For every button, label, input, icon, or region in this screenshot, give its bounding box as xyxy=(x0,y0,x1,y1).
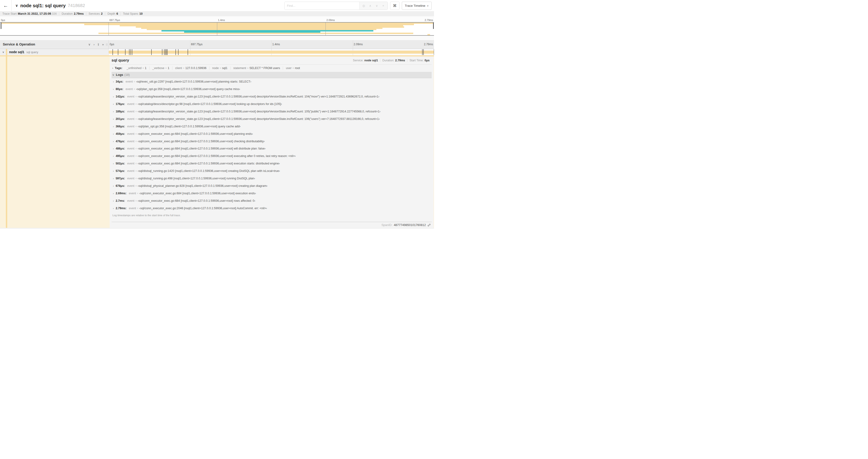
timeline-tick-label: 2.79ms xyxy=(425,19,433,22)
log-timestamp: 34μs: xyxy=(116,80,123,83)
log-equals: = xyxy=(134,80,135,83)
log-row[interactable]: ›142μs:event=‹sql/catalog/lease/descript… xyxy=(112,93,432,100)
collapse-all-icon[interactable]: ∨∨ xyxy=(97,43,99,46)
tags-expand-chevron-icon[interactable]: › xyxy=(112,66,113,70)
log-timestamp: 574μs: xyxy=(116,169,125,173)
span-detail-band: sql query Service:node sql1Duration:2.79… xyxy=(0,55,434,228)
summary-item: Trace StartMarch 31 2022, 17:25:09.326 xyxy=(0,12,59,15)
tag-item[interactable]: node=sql1 xyxy=(209,66,230,70)
expand-all-icon[interactable]: » xyxy=(102,43,104,46)
log-row[interactable]: ›495μs:event=‹sql/conn_executor_exec.go:… xyxy=(112,152,432,160)
summary-label: Trace Start xyxy=(2,12,17,15)
log-value: ‹sql/catalog/descs/descriptor.go:98 [nsq… xyxy=(138,102,282,106)
log-equals: = xyxy=(135,185,137,187)
tag-item[interactable]: statement=SELECT * FROM users xyxy=(230,66,283,70)
span-row-name-column[interactable]: ∨ node sql1 sql query xyxy=(0,49,109,55)
log-marker-tick[interactable] xyxy=(130,49,131,55)
log-row[interactable]: ›597μs:event=‹sql/distsql_running.go:498… xyxy=(112,175,432,182)
log-row[interactable]: ›201μs:event=‹sql/catalog/lease/descript… xyxy=(112,115,432,123)
timeline-tick-label: 1.4ms xyxy=(272,40,280,49)
log-timestamp: 597μs: xyxy=(116,177,125,180)
log-row[interactable]: ›486μs:event=‹sql/conn_executor_exec.go:… xyxy=(112,145,432,153)
log-marker-tick[interactable] xyxy=(118,49,118,55)
log-marker-tick[interactable] xyxy=(422,49,423,55)
log-field-key: event xyxy=(127,125,134,128)
log-marker-tick[interactable] xyxy=(125,49,126,55)
tag-item[interactable]: _verbose=1 xyxy=(149,66,172,70)
log-row[interactable]: ›678μs:event=‹sql/distsql_physical_plann… xyxy=(112,182,432,190)
find-input[interactable] xyxy=(285,2,359,9)
tag-item[interactable]: _unfinished=1 xyxy=(124,66,149,70)
minimap-right-scrubber-handle[interactable] xyxy=(433,23,434,29)
log-marker-tick[interactable] xyxy=(178,49,179,55)
tag-item[interactable]: user=root xyxy=(283,66,303,70)
log-marker-tick[interactable] xyxy=(176,49,176,55)
tag-equals: = xyxy=(142,67,144,69)
log-marker-tick[interactable] xyxy=(164,49,164,55)
log-row[interactable]: ›176μs:event=‹sql/catalog/descs/descript… xyxy=(112,100,432,108)
minimap-spans xyxy=(0,23,434,35)
log-marker-tick[interactable] xyxy=(162,49,162,55)
log-row[interactable]: ›476μs:event=‹sql/conn_executor_exec.go:… xyxy=(112,138,432,145)
logs-accordion-header[interactable]: ∨ Logs (18) xyxy=(112,72,432,78)
log-value: ‹sql/conn_executor_exec.go:2046 [nsql1,c… xyxy=(139,207,267,210)
minimap-tick-labels: 0μs697.75μs1.4ms2.09ms2.79ms xyxy=(0,16,434,22)
log-row[interactable]: ›189μs:event=‹sql/catalog/lease/descript… xyxy=(112,108,432,115)
timeline-ruler: 0μs697.75μs1.4ms2.09ms2.79ms xyxy=(109,40,434,49)
log-row[interactable]: ›80μs:event=‹sql/plan_opt.go:358 [nsql1,… xyxy=(112,85,432,93)
deep-link-icon[interactable] xyxy=(428,223,431,227)
tag-item[interactable]: client=127.0.0.1:59936 xyxy=(172,66,209,70)
next-result-icon[interactable]: ∨ xyxy=(374,4,380,7)
clear-icon[interactable]: × xyxy=(380,4,386,7)
service-color-stripe xyxy=(6,55,7,228)
log-marker-tick[interactable] xyxy=(167,49,167,55)
minimap-canvas[interactable] xyxy=(0,22,434,36)
log-row[interactable]: ›34μs:event=‹sql/exec_util.go:2297 [nsql… xyxy=(112,78,432,86)
log-marker-tick[interactable] xyxy=(166,49,166,55)
service-operation-header: Service & Operation ∨›∨∨» || xyxy=(0,40,109,49)
span-duration-bar[interactable] xyxy=(109,51,434,54)
prev-result-icon[interactable]: ∧ xyxy=(367,4,374,7)
log-marker-tick[interactable] xyxy=(113,49,113,55)
back-button[interactable]: ← xyxy=(0,0,12,11)
log-equals: = xyxy=(135,132,137,135)
log-row[interactable]: ›2.7ms:event=‹sql/conn_executor_exec.go:… xyxy=(112,197,432,204)
span-row[interactable]: ∨ node sql1 sql query xyxy=(0,49,434,55)
log-marker-tick[interactable] xyxy=(151,49,152,55)
minimap-left-scrubber-handle[interactable] xyxy=(1,23,1,29)
title-collapse-chevron-icon[interactable]: ∨ xyxy=(16,3,18,8)
log-row[interactable]: ›366μs:event=‹sql/plan_opt.go:358 [nsql1… xyxy=(112,123,432,130)
log-value: ‹sql/plan_opt.go:358 [nsql1,client=127.0… xyxy=(136,88,240,91)
collapse-one-icon[interactable]: ∨ xyxy=(88,43,91,46)
log-marker-tick[interactable] xyxy=(165,49,166,55)
log-row[interactable]: ›459μs:event=‹sql/conn_executor_exec.go:… xyxy=(112,130,432,138)
log-timestamp: 486μs: xyxy=(116,147,125,150)
trace-summary-bar: Trace StartMarch 31 2022, 17:25:09.326Du… xyxy=(0,11,434,17)
log-marker-tick[interactable] xyxy=(434,49,434,55)
log-row[interactable]: ›502μs:event=‹sql/conn_executor_exec.go:… xyxy=(112,160,432,167)
log-marker-tick[interactable] xyxy=(188,49,188,55)
log-value: ‹sql/conn_executor_exec.go:684 [nsql1,cl… xyxy=(138,140,265,143)
tag-key: statement xyxy=(233,66,246,70)
column-resizer-handle[interactable]: || xyxy=(106,43,108,46)
focus-icon[interactable]: ◎ xyxy=(361,4,367,7)
log-field-key: event xyxy=(127,169,134,173)
trace-title-group: ∨ node sql1: sql query 7418682 xyxy=(12,3,85,8)
keyboard-shortcuts-button[interactable]: ⌘ xyxy=(390,2,400,10)
trace-view-dropdown[interactable]: Trace Timeline ∨ xyxy=(402,2,432,10)
log-marker-tick[interactable] xyxy=(423,49,424,55)
span-row-timeline[interactable] xyxy=(109,49,434,55)
tag-key: user xyxy=(286,66,291,70)
expand-one-icon[interactable]: › xyxy=(94,43,94,46)
summary-item: Total Spans10 xyxy=(120,12,145,15)
log-row[interactable]: ›2.69ms:event=‹sql/conn_executor_exec.go… xyxy=(112,190,432,197)
log-marker-tick[interactable] xyxy=(129,49,129,55)
log-equals: = xyxy=(135,199,137,202)
span-collapse-chevron-icon[interactable]: ∨ xyxy=(2,51,4,54)
tags-row[interactable]: › Tags: _unfinished=1_verbose=1client=12… xyxy=(112,65,432,72)
log-row[interactable]: ›2.79ms:event=‹sql/conn_executor_exec.go… xyxy=(112,204,432,212)
log-row[interactable]: ›574μs:event=‹sql/distsql_running.go:142… xyxy=(112,167,432,175)
log-marker-tick[interactable] xyxy=(132,49,132,55)
logs-collapse-chevron-icon: ∨ xyxy=(112,73,114,76)
log-field-key: event xyxy=(127,162,134,165)
